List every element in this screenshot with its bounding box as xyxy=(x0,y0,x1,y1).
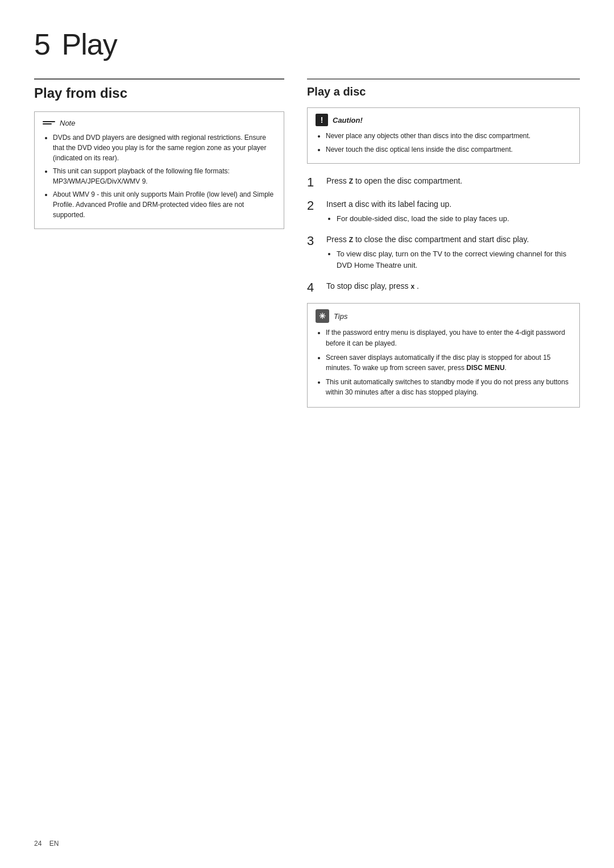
step-3-sub-1: To view disc play, turn on the TV to the… xyxy=(337,248,580,271)
note-icon xyxy=(43,118,55,128)
step-2: 2 Insert a disc with its label facing up… xyxy=(307,198,580,226)
step-1: 1 Press Z to open the disc compartment. xyxy=(307,175,580,190)
tips-label: Tips xyxy=(334,312,347,321)
step-number-3: 3 xyxy=(307,234,321,248)
caution-box: ! Caution! Never place any objects other… xyxy=(307,107,580,164)
footer: 24 EN xyxy=(34,840,59,848)
step-content-2: Insert a disc with its label facing up. … xyxy=(326,198,580,226)
tips-icon: ✳ xyxy=(316,309,329,323)
note-item-1: DVDs and DVD players are designed with r… xyxy=(53,132,276,163)
steps-list: 1 Press Z to open the disc compartment. … xyxy=(307,175,580,295)
caution-item-1: Never place any objects other than discs… xyxy=(326,131,571,142)
step-number-4: 4 xyxy=(307,280,321,295)
chapter-title: Play xyxy=(62,28,117,61)
chapter-number: 5 xyxy=(34,28,51,61)
right-section-title: Play a disc xyxy=(307,78,580,98)
caution-icon: ! xyxy=(316,114,328,126)
caution-item-2: Never touch the disc optical lens inside… xyxy=(326,144,571,155)
caution-list: Never place any objects other than discs… xyxy=(316,131,571,155)
tips-item-1: If the password entry menu is displayed,… xyxy=(326,327,571,348)
step-content-4: To stop disc play, press x . xyxy=(326,280,580,292)
step-4: 4 To stop disc play, press x . xyxy=(307,280,580,295)
step-content-3: Press Z to close the disc compartment an… xyxy=(326,234,580,272)
step-number-1: 1 xyxy=(307,175,321,190)
step-content-1: Press Z to open the disc compartment. xyxy=(326,175,580,187)
tips-item-3: This unit automatically switches to stan… xyxy=(326,377,571,398)
note-item-2: This unit can support playback of the fo… xyxy=(53,166,276,186)
note-box: Note DVDs and DVD players are designed w… xyxy=(34,111,284,229)
step-2-sub-1: For double-sided disc, load the side to … xyxy=(337,213,580,225)
step-number-2: 2 xyxy=(307,198,321,213)
caution-label: Caution! xyxy=(333,116,363,124)
tips-box: ✳ Tips If the password entry menu is dis… xyxy=(307,303,580,408)
left-section-title: Play from disc xyxy=(34,78,284,101)
step-3: 3 Press Z to close the disc compartment … xyxy=(307,234,580,272)
language-label: EN xyxy=(49,840,59,848)
note-label: Note xyxy=(60,119,75,127)
note-item-3: About WMV 9 - this unit only supports Ma… xyxy=(53,189,276,220)
tips-item-2: Screen saver displays automatically if t… xyxy=(326,352,571,373)
page-number: 24 xyxy=(34,840,42,848)
note-list: DVDs and DVD players are designed with r… xyxy=(43,132,276,220)
tips-list: If the password entry menu is displayed,… xyxy=(316,327,571,398)
